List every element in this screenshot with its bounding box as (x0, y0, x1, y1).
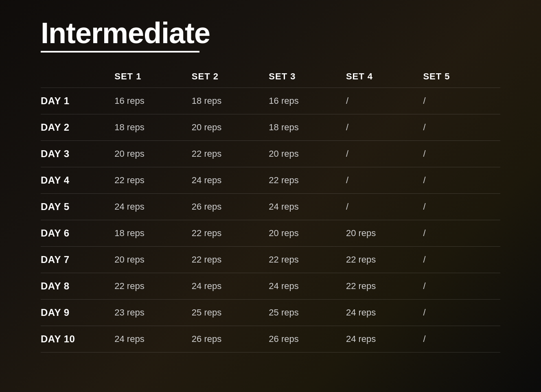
col-header-day (41, 66, 114, 88)
table-row: DAY 1024 reps26 reps26 reps24 reps/ (41, 326, 500, 353)
table-row: DAY 720 reps22 reps22 reps22 reps/ (41, 247, 500, 273)
set3-value: 16 reps (269, 88, 346, 114)
set4-value: 22 reps (346, 273, 423, 300)
set3-value: 18 reps (269, 114, 346, 141)
set4-value: 24 reps (346, 326, 423, 353)
set1-value: 22 reps (114, 167, 192, 194)
set4-value: / (346, 141, 423, 167)
set5-value: / (423, 220, 500, 247)
day-label: DAY 1 (41, 88, 114, 114)
set5-value: / (423, 326, 500, 353)
main-content: Intermediate SET 1 SET 2 SET 3 SET 4 SET… (0, 0, 541, 369)
set3-value: 22 reps (269, 247, 346, 273)
page-title: Intermediate (41, 18, 500, 48)
day-label: DAY 2 (41, 114, 114, 141)
set5-value: / (423, 167, 500, 194)
set2-value: 22 reps (192, 247, 269, 273)
day-label: DAY 6 (41, 220, 114, 247)
day-label: DAY 3 (41, 141, 114, 167)
set5-value: / (423, 141, 500, 167)
set3-value: 26 reps (269, 326, 346, 353)
set5-value: / (423, 88, 500, 114)
set2-value: 24 reps (192, 167, 269, 194)
set4-value: 24 reps (346, 300, 423, 326)
col-header-set4: SET 4 (346, 66, 423, 88)
table-header-row: SET 1 SET 2 SET 3 SET 4 SET 5 (41, 66, 500, 88)
day-label: DAY 8 (41, 273, 114, 300)
set1-value: 22 reps (114, 273, 192, 300)
table-row: DAY 320 reps22 reps20 reps// (41, 141, 500, 167)
table-row: DAY 822 reps24 reps24 reps22 reps/ (41, 273, 500, 300)
set5-value: / (423, 194, 500, 220)
set1-value: 20 reps (114, 141, 192, 167)
set4-value: / (346, 88, 423, 114)
set3-value: 25 reps (269, 300, 346, 326)
set5-value: / (423, 300, 500, 326)
table-row: DAY 116 reps18 reps16 reps// (41, 88, 500, 114)
set1-value: 16 reps (114, 88, 192, 114)
day-label: DAY 10 (41, 326, 114, 353)
set1-value: 18 reps (114, 114, 192, 141)
set1-value: 18 reps (114, 220, 192, 247)
set2-value: 26 reps (192, 194, 269, 220)
set3-value: 24 reps (269, 273, 346, 300)
col-header-set2: SET 2 (192, 66, 269, 88)
workout-table: SET 1 SET 2 SET 3 SET 4 SET 5 DAY 116 re… (41, 66, 500, 353)
day-label: DAY 5 (41, 194, 114, 220)
table-row: DAY 923 reps25 reps25 reps24 reps/ (41, 300, 500, 326)
set3-value: 20 reps (269, 141, 346, 167)
set5-value: / (423, 247, 500, 273)
set2-value: 26 reps (192, 326, 269, 353)
table-row: DAY 422 reps24 reps22 reps// (41, 167, 500, 194)
set2-value: 20 reps (192, 114, 269, 141)
set2-value: 18 reps (192, 88, 269, 114)
set2-value: 22 reps (192, 220, 269, 247)
set1-value: 23 reps (114, 300, 192, 326)
set2-value: 24 reps (192, 273, 269, 300)
set1-value: 24 reps (114, 194, 192, 220)
title-underline (41, 51, 199, 53)
col-header-set1: SET 1 (114, 66, 192, 88)
set2-value: 22 reps (192, 141, 269, 167)
set1-value: 20 reps (114, 247, 192, 273)
set5-value: / (423, 114, 500, 141)
day-label: DAY 7 (41, 247, 114, 273)
set1-value: 24 reps (114, 326, 192, 353)
set4-value: / (346, 167, 423, 194)
day-label: DAY 9 (41, 300, 114, 326)
set3-value: 20 reps (269, 220, 346, 247)
day-label: DAY 4 (41, 167, 114, 194)
table-row: DAY 618 reps22 reps20 reps20 reps/ (41, 220, 500, 247)
table-row: DAY 524 reps26 reps24 reps// (41, 194, 500, 220)
col-header-set3: SET 3 (269, 66, 346, 88)
set5-value: / (423, 273, 500, 300)
set4-value: 20 reps (346, 220, 423, 247)
set4-value: / (346, 194, 423, 220)
table-row: DAY 218 reps20 reps18 reps// (41, 114, 500, 141)
set4-value: 22 reps (346, 247, 423, 273)
set3-value: 24 reps (269, 194, 346, 220)
set3-value: 22 reps (269, 167, 346, 194)
col-header-set5: SET 5 (423, 66, 500, 88)
set2-value: 25 reps (192, 300, 269, 326)
set4-value: / (346, 114, 423, 141)
